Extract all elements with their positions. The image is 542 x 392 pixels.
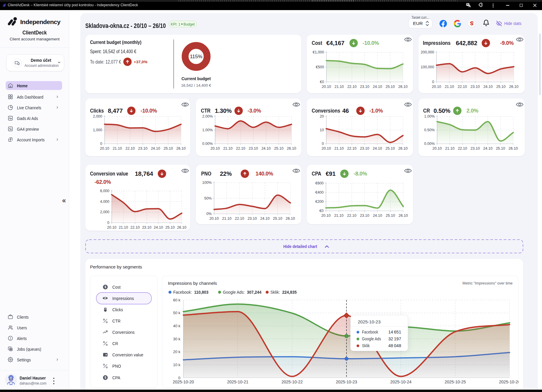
svg-text:20.10: 20.10: [209, 216, 219, 221]
svg-text:€500: €500: [316, 65, 324, 69]
svg-text:€0: €0: [319, 209, 324, 213]
svg-text:24.10: 24.10: [260, 216, 270, 221]
svg-text:26.10: 26.10: [398, 146, 407, 151]
svg-text:2.00%: 2.00%: [202, 114, 213, 118]
svg-text:24.10: 24.10: [483, 146, 492, 151]
svg-text:22.10: 22.10: [347, 146, 356, 151]
svg-text:100%: 100%: [202, 181, 212, 185]
svg-text:100,000: 100,000: [421, 65, 434, 69]
svg-text:2,000: 2,000: [93, 114, 102, 118]
svg-text:$: $: [104, 285, 106, 289]
svg-text:20 k: 20 k: [173, 350, 180, 354]
svg-text:21.10: 21.10: [222, 216, 231, 221]
svg-text:25.10: 25.10: [386, 214, 395, 218]
svg-text:25.10: 25.10: [496, 146, 505, 151]
svg-text:20.10: 20.10: [432, 85, 441, 89]
svg-text:20.10: 20.10: [322, 146, 331, 151]
svg-text:24.10: 24.10: [261, 146, 271, 151]
svg-text:50%: 50%: [204, 196, 212, 200]
svg-text:24.10: 24.10: [373, 146, 382, 151]
svg-text:2025-10-25: 2025-10-25: [445, 380, 466, 384]
svg-text:0: 0: [100, 142, 102, 146]
svg-text:40 k: 40 k: [173, 324, 180, 328]
svg-text:€600: €600: [315, 181, 324, 185]
svg-text:2025-10-26: 2025-10-26: [499, 380, 519, 384]
svg-text:25.10: 25.10: [166, 225, 175, 230]
svg-text:0.50%: 0.50%: [424, 128, 435, 132]
svg-text:23.10: 23.10: [142, 225, 151, 230]
svg-text:21.10: 21.10: [119, 225, 128, 230]
svg-text:21.10: 21.10: [113, 146, 122, 151]
svg-text:1.00%: 1.00%: [202, 128, 213, 132]
svg-text:10 k: 10 k: [173, 363, 180, 367]
svg-text:20.10: 20.10: [321, 214, 330, 218]
svg-text:21.10: 21.10: [223, 146, 232, 151]
svg-text:23.10: 23.10: [138, 146, 147, 151]
svg-text:24.10: 24.10: [151, 146, 160, 151]
svg-text:23.10: 23.10: [360, 214, 369, 218]
svg-text:50 k: 50 k: [173, 311, 180, 315]
svg-text:22.10: 22.10: [347, 85, 357, 89]
svg-text:26.10: 26.10: [509, 85, 518, 89]
svg-text:4,000: 4,000: [100, 200, 109, 204]
svg-text:20.10: 20.10: [100, 146, 109, 151]
svg-text:23.10: 23.10: [248, 216, 257, 221]
svg-text:23.10: 23.10: [360, 85, 369, 89]
svg-text:21.10: 21.10: [334, 146, 344, 151]
svg-text:22.10: 22.10: [347, 214, 356, 218]
svg-text:€400: €400: [315, 190, 324, 195]
svg-text:21.10: 21.10: [445, 146, 454, 151]
svg-text:25.10: 25.10: [164, 146, 173, 151]
svg-text:21.10: 21.10: [334, 214, 344, 218]
svg-text:60 k: 60 k: [173, 298, 180, 302]
svg-text:22.10: 22.10: [458, 85, 467, 89]
svg-text:24.10: 24.10: [154, 225, 163, 230]
svg-text:0: 0: [107, 221, 109, 225]
svg-text:23.10: 23.10: [249, 146, 258, 151]
svg-text:25.10: 25.10: [496, 85, 505, 89]
svg-text:20.10: 20.10: [210, 146, 220, 151]
svg-text:22.10: 22.10: [125, 146, 135, 151]
svg-text:0%: 0%: [206, 212, 212, 216]
svg-text:10: 10: [320, 128, 324, 132]
svg-text:26.10: 26.10: [398, 85, 407, 89]
svg-text:24.10: 24.10: [373, 85, 382, 89]
svg-text:1.00%: 1.00%: [424, 114, 435, 118]
svg-text:25.10: 25.10: [274, 146, 283, 151]
svg-text:€200: €200: [315, 200, 324, 204]
svg-text:2025-10-23: 2025-10-23: [336, 380, 357, 384]
svg-text:2025-10-20: 2025-10-20: [173, 380, 194, 384]
svg-text:2,000: 2,000: [100, 210, 109, 214]
svg-text:21.10: 21.10: [445, 85, 454, 89]
svg-text:22.10: 22.10: [236, 146, 245, 151]
svg-text:€1,000: €1,000: [313, 50, 324, 54]
svg-text:21.10: 21.10: [335, 85, 344, 89]
svg-text:0: 0: [432, 80, 434, 84]
svg-text:20.10: 20.10: [322, 85, 331, 89]
svg-text:23.10: 23.10: [470, 146, 480, 151]
svg-text:200,000: 200,000: [421, 50, 434, 54]
svg-text:30 k: 30 k: [173, 337, 180, 341]
svg-text:25.10: 25.10: [385, 146, 395, 151]
svg-text:20.10: 20.10: [432, 146, 442, 151]
svg-text:2025-10-24: 2025-10-24: [390, 380, 412, 384]
svg-text:26.10: 26.10: [287, 146, 296, 151]
svg-text:25.10: 25.10: [385, 85, 395, 89]
svg-text:0.00%: 0.00%: [202, 142, 213, 146]
svg-text:22.10: 22.10: [458, 146, 467, 151]
svg-text:25.10: 25.10: [273, 216, 282, 221]
svg-text:20: 20: [320, 114, 324, 118]
svg-text:22.10: 22.10: [235, 216, 244, 221]
svg-text:$: $: [104, 376, 106, 379]
svg-text:24.10: 24.10: [373, 214, 382, 218]
svg-text:26.10: 26.10: [286, 216, 295, 221]
svg-text:26.10: 26.10: [398, 214, 408, 218]
svg-text:23.10: 23.10: [470, 85, 480, 89]
svg-text:26.10: 26.10: [508, 146, 518, 151]
svg-text:0.00%: 0.00%: [424, 142, 435, 146]
svg-text:2025-10-22: 2025-10-22: [281, 380, 303, 384]
svg-text:26.10: 26.10: [176, 146, 185, 151]
svg-text:€0: €0: [320, 80, 324, 84]
svg-text:6,000: 6,000: [100, 189, 109, 193]
svg-text:1,000: 1,000: [93, 128, 102, 132]
